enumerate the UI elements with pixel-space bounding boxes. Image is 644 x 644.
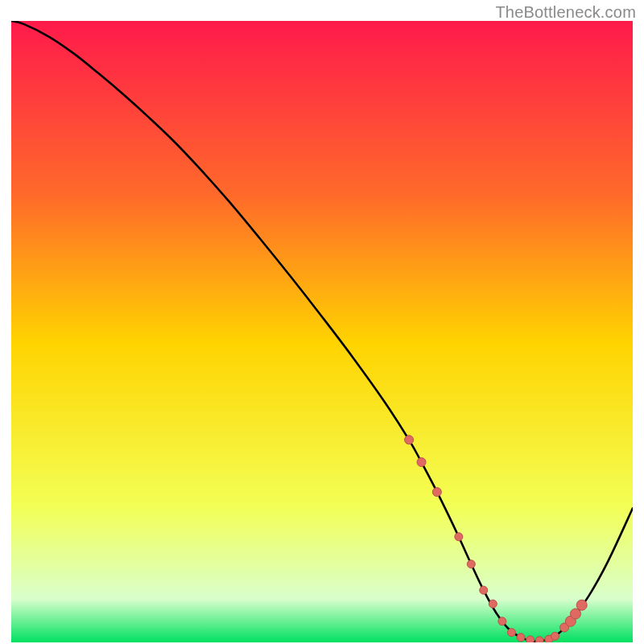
data-dot <box>570 609 580 619</box>
chart-svg <box>11 21 633 642</box>
data-dot <box>480 586 488 594</box>
plot-area <box>11 21 633 642</box>
attribution-text: TheBottleneck.com <box>495 3 636 22</box>
data-dot <box>517 634 525 642</box>
data-dot <box>551 632 559 640</box>
data-dot <box>576 600 587 610</box>
data-dot <box>432 488 441 497</box>
data-dot <box>455 533 463 541</box>
chart-container: TheBottleneck.com <box>0 0 644 644</box>
data-dot <box>417 458 426 467</box>
data-dot <box>507 629 515 637</box>
data-dot <box>489 600 497 608</box>
data-dot <box>467 560 475 568</box>
data-dot <box>405 436 414 444</box>
data-dot <box>535 637 543 642</box>
data-dot <box>526 636 535 642</box>
gradient-background <box>11 21 633 642</box>
data-dot <box>498 617 506 625</box>
